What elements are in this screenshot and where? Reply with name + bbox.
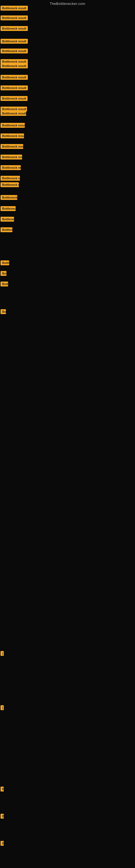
bottleneck-badge-row-1[interactable]: Bottleneck result xyxy=(1,6,28,12)
bottleneck-badge-row-10[interactable]: Bottleneck result xyxy=(1,96,28,102)
bottleneck-badge-row-3[interactable]: Bottleneck result xyxy=(1,26,28,32)
bottleneck-badge-row-14[interactable]: Bottleneck result xyxy=(1,133,24,140)
bottleneck-badge-1[interactable]: Bottleneck result xyxy=(1,6,28,10)
bottleneck-badge-row-13[interactable]: Bottleneck result xyxy=(1,123,25,129)
bottleneck-badge-row-17[interactable]: Bottleneck result xyxy=(1,165,21,171)
bottleneck-badge-8[interactable]: Bottleneck result xyxy=(1,75,28,80)
bottleneck-badge-14[interactable]: Bottleneck result xyxy=(1,133,24,138)
bottleneck-badge-29[interactable]: | xyxy=(1,705,4,710)
bottleneck-badge-row-26[interactable]: Bottleneck result xyxy=(1,282,8,287)
bottleneck-badge-23[interactable]: Bottleneck result xyxy=(1,227,12,232)
bottleneck-badge-row-12[interactable]: Bottleneck result xyxy=(1,111,26,117)
bottleneck-badge-row-20[interactable]: Bottleneck result xyxy=(1,195,17,201)
bottleneck-badge-22[interactable]: Bottleneck result xyxy=(1,217,14,222)
bottleneck-badge-row-19[interactable]: Bottleneck result xyxy=(1,182,19,188)
bottleneck-badge-18[interactable]: Bottleneck result xyxy=(1,176,20,181)
bottleneck-badge-28[interactable]: | xyxy=(1,651,4,656)
bottleneck-badge-row-27[interactable]: Bottleneck result xyxy=(1,309,6,315)
bottleneck-badge-27[interactable]: Bottleneck result xyxy=(1,309,6,314)
bottleneck-badge-row-21[interactable]: Bottleneck result xyxy=(1,206,16,212)
bottleneck-badge-row-29[interactable]: | xyxy=(1,705,4,711)
bottleneck-badge-30[interactable]: B xyxy=(1,786,4,792)
bottleneck-badge-12[interactable]: Bottleneck result xyxy=(1,111,26,116)
bottleneck-badge-row-30[interactable]: B xyxy=(1,786,4,793)
bottleneck-badge-row-18[interactable]: Bottleneck result xyxy=(1,176,20,182)
bottleneck-badge-32[interactable]: B xyxy=(1,841,4,846)
bottleneck-badge-row-23[interactable]: Bottleneck result xyxy=(1,227,12,233)
bottleneck-badge-row-31[interactable]: B xyxy=(1,814,4,820)
bottleneck-badge-13[interactable]: Bottleneck result xyxy=(1,123,25,128)
bottleneck-badge-25[interactable]: Bottleneck result xyxy=(1,271,6,276)
bottleneck-badge-17[interactable]: Bottleneck result xyxy=(1,165,21,170)
bottleneck-badge-row-28[interactable]: | xyxy=(1,651,4,657)
bottleneck-badge-row-16[interactable]: Bottleneck result xyxy=(1,155,22,161)
bottleneck-badge-24[interactable]: Bottleneck result xyxy=(1,260,9,265)
bottleneck-badge-21[interactable]: Bottleneck result xyxy=(1,206,16,211)
bottleneck-badge-16[interactable]: Bottleneck result xyxy=(1,155,22,159)
bottleneck-badge-4[interactable]: Bottleneck result xyxy=(1,39,28,44)
bottleneck-badge-row-5[interactable]: Bottleneck result xyxy=(1,49,28,55)
bottleneck-badge-row-22[interactable]: Bottleneck result xyxy=(1,217,14,223)
bottleneck-badge-9[interactable]: Bottleneck result xyxy=(1,86,28,90)
bottleneck-badge-row-25[interactable]: Bottleneck result xyxy=(1,271,6,277)
bottleneck-badge-5[interactable]: Bottleneck result xyxy=(1,49,28,54)
bottleneck-badge-row-8[interactable]: Bottleneck result xyxy=(1,75,28,81)
bottleneck-badge-2[interactable]: Bottleneck result xyxy=(1,16,28,20)
bottleneck-badge-row-9[interactable]: Bottleneck result xyxy=(1,86,28,91)
bottleneck-badge-20[interactable]: Bottleneck result xyxy=(1,195,17,200)
bottleneck-badge-7[interactable]: Bottleneck result xyxy=(1,63,28,68)
bottleneck-badge-26[interactable]: Bottleneck result xyxy=(1,282,8,286)
bottleneck-badge-31[interactable]: B xyxy=(1,814,4,818)
bottleneck-badge-row-32[interactable]: B xyxy=(1,841,4,847)
bottleneck-badge-row-2[interactable]: Bottleneck result xyxy=(1,16,28,22)
bottleneck-badge-row-7[interactable]: Bottleneck result xyxy=(1,63,28,69)
bottleneck-badge-row-15[interactable]: Bottleneck result xyxy=(1,144,23,150)
bottleneck-badge-10[interactable]: Bottleneck result xyxy=(1,96,28,101)
bottleneck-badge-row-4[interactable]: Bottleneck result xyxy=(1,39,28,45)
bottleneck-badge-19[interactable]: Bottleneck result xyxy=(1,182,19,187)
bottleneck-badge-3[interactable]: Bottleneck result xyxy=(1,26,28,31)
bottleneck-badge-15[interactable]: Bottleneck result xyxy=(1,144,23,149)
bottleneck-badge-row-24[interactable]: Bottleneck result xyxy=(1,260,9,267)
